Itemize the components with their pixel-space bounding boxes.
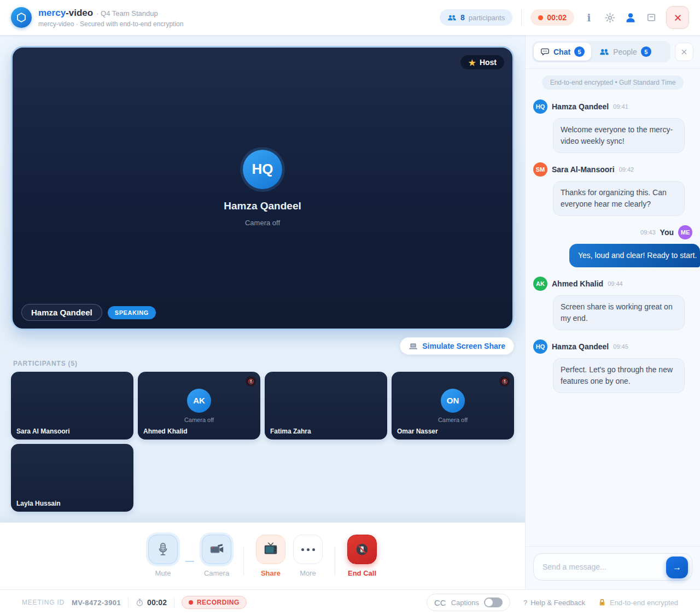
- camera-button[interactable]: Camera: [202, 535, 231, 577]
- avatar: HQ: [533, 99, 547, 114]
- participants-count: 8: [460, 13, 465, 22]
- chat-message: AK Ahmed Khalid 09:44 Screen share is wo…: [533, 277, 692, 330]
- window-icon[interactable]: [645, 11, 657, 24]
- participant-tile-ahmed[interactable]: AK Camera off Ahmed Khalid: [138, 372, 260, 440]
- avatar: ME: [678, 225, 692, 239]
- participants-label: participants: [469, 14, 505, 22]
- participant-camera-status: Camera off: [438, 417, 468, 423]
- participant-name: Omar Nasser: [397, 427, 438, 435]
- gear-icon[interactable]: [604, 11, 616, 24]
- captions-toggle[interactable]: [484, 598, 503, 607]
- lock-icon: [598, 598, 606, 607]
- question-icon: ?: [523, 599, 527, 607]
- mute-button[interactable]: Mute: [148, 535, 178, 577]
- recording-dot-icon: [189, 600, 193, 605]
- cc-icon: CC: [434, 598, 446, 607]
- speaker-name-tag: Hamza Qandeel: [21, 304, 102, 321]
- recording-dot-icon: [538, 15, 543, 20]
- active-speaker-tile[interactable]: ★ Host HQ Hamza Qandeel Camera off Hamza…: [11, 46, 514, 330]
- app-logo-icon: [11, 7, 32, 28]
- app-title: mercy-video: [38, 8, 93, 19]
- call-control-bar: Mute Camera Share: [0, 523, 525, 589]
- laptop-icon: [409, 342, 418, 350]
- speaker-avatar: HQ: [243, 150, 282, 189]
- panel-tabs: Chat 5 People 5: [532, 41, 670, 62]
- close-panel-button[interactable]: [675, 43, 693, 61]
- end-call-button[interactable]: End Call: [347, 535, 377, 577]
- chat-messages[interactable]: HQ Hamza Qandeel 09:41 Welcome everyone …: [526, 93, 700, 546]
- speaking-badge: SPEAKING: [108, 306, 156, 319]
- info-icon[interactable]: i: [583, 11, 595, 24]
- captions-control[interactable]: CC Captions: [427, 594, 510, 611]
- meeting-id-label: MEETING ID: [22, 599, 65, 606]
- participants-section-label: PARTICIPANTS (5): [13, 360, 78, 367]
- chat-bubble-icon: [540, 48, 550, 56]
- send-message-button[interactable]: →: [666, 557, 688, 578]
- timer-pill: 00:02: [530, 9, 574, 26]
- participant-name: Layla Hussain: [16, 500, 61, 507]
- control-divider: [243, 547, 244, 575]
- tab-people[interactable]: People 5: [593, 43, 658, 61]
- more-dots-icon: [301, 548, 315, 551]
- people-badge: 5: [641, 46, 651, 57]
- encryption-banner: End-to-end encrypted • Gulf Standard Tim…: [542, 75, 684, 90]
- participants-count-pill[interactable]: 8 participants: [440, 9, 512, 26]
- close-meeting-button[interactable]: [666, 6, 689, 29]
- participant-name: Ahmed Khalid: [143, 427, 188, 435]
- message-bubble: Screen share is working great on my end.: [553, 295, 685, 330]
- header-divider: [521, 10, 522, 25]
- chat-message: HQ Hamza Qandeel 09:41 Welcome everyone …: [533, 99, 692, 153]
- header-timer: 00:02: [547, 13, 567, 22]
- control-connector: [185, 561, 194, 562]
- participant-name: Fatima Zahra: [270, 427, 311, 435]
- phone-slash-icon: [354, 541, 370, 558]
- chat-message: SM Sara Al-Mansoori 09:42 Thanks for org…: [533, 162, 692, 216]
- chat-panel: Chat 5 People 5 End-to-end encrypted • G…: [525, 35, 700, 589]
- message-bubble: Yes, loud and clear! Ready to start.: [569, 244, 700, 267]
- simulate-screen-share-button[interactable]: Simulate Screen Share: [400, 337, 514, 355]
- meeting-title: · Q4 Team Standup: [96, 9, 158, 17]
- chat-message: HQ Hamza Qandeel 09:45 Perfect. Let's go…: [533, 339, 692, 393]
- speaker-name: Hamza Qandeel: [224, 200, 301, 212]
- help-feedback-link[interactable]: ? Help & Feedback: [523, 599, 585, 607]
- camera-status: Camera off: [245, 219, 280, 227]
- profile-icon[interactable]: [625, 11, 637, 24]
- more-button[interactable]: More: [293, 535, 323, 577]
- participant-tile-fatima[interactable]: Fatima Zahra: [265, 372, 387, 440]
- participant-tile-sara[interactable]: Sara Al Mansoori: [11, 372, 133, 440]
- avatar: SM: [533, 162, 547, 177]
- chat-badge: 5: [574, 46, 585, 57]
- people-icon: [599, 48, 609, 56]
- stopwatch-icon: [136, 598, 144, 607]
- control-divider: [335, 547, 335, 575]
- message-bubble: Welcome everyone to the mercy-video week…: [553, 118, 685, 153]
- recording-badge: RECORDING: [182, 596, 247, 609]
- meeting-header: mercy-video · Q4 Team Standup mercy-vide…: [0, 0, 700, 35]
- participant-avatar: AK: [187, 389, 211, 413]
- participants-grid: Sara Al Mansoori AK Camera off Ahmed Kha…: [11, 372, 514, 512]
- tv-icon: [262, 541, 279, 558]
- video-camera-icon: [208, 541, 225, 558]
- tab-chat[interactable]: Chat 5: [534, 43, 591, 61]
- meeting-id-value: MV-8472-3901: [72, 599, 121, 607]
- people-icon: [447, 14, 457, 21]
- status-bar: MEETING ID MV-8472-3901 00:02 RECORDING …: [0, 589, 700, 615]
- chat-message-self: 09:43 You ME Yes, loud and clear! Ready …: [533, 225, 692, 267]
- message-bubble: Thanks for organizing this. Can everyone…: [553, 181, 685, 216]
- participant-camera-status: Camera off: [184, 417, 214, 423]
- encryption-status: End-to-end encrypted: [598, 598, 678, 607]
- footer-timer: 00:02: [136, 598, 167, 607]
- message-bubble: Perfect. Let's go through the new featur…: [553, 358, 685, 393]
- participant-avatar: ON: [441, 389, 465, 413]
- participant-name: Sara Al Mansoori: [16, 427, 70, 435]
- participant-tile-omar[interactable]: ON Camera off Omar Nasser: [392, 372, 514, 440]
- avatar: AK: [533, 277, 547, 291]
- share-button[interactable]: Share: [256, 535, 285, 577]
- participant-tile-layla[interactable]: Layla Hussain: [11, 444, 133, 512]
- avatar: HQ: [533, 339, 547, 354]
- microphone-icon: [155, 541, 171, 558]
- meeting-stage-area: ★ Host HQ Hamza Qandeel Camera off Hamza…: [0, 35, 525, 589]
- meeting-subtitle: mercy-video · Secured with end-to-end en…: [38, 20, 183, 28]
